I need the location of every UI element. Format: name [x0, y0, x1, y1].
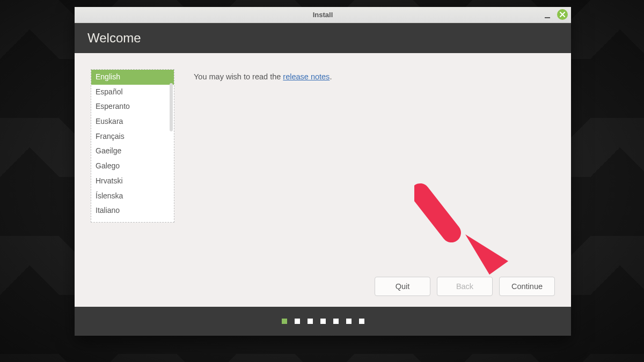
window-controls — [542, 9, 568, 20]
progress-dot — [282, 319, 287, 324]
language-option[interactable]: Íslenska — [91, 189, 174, 204]
progress-dot — [320, 319, 326, 324]
window-title: Install — [313, 11, 333, 19]
back-button: Back — [437, 277, 493, 296]
language-option[interactable]: Español — [91, 85, 174, 100]
intro-text: You may wish to read the release notes. — [194, 72, 332, 81]
close-button[interactable] — [557, 9, 568, 20]
language-option[interactable]: Esperanto — [91, 99, 174, 114]
language-option[interactable]: Kurdî — [91, 218, 174, 223]
quit-button[interactable]: Quit — [375, 277, 430, 296]
progress-dot — [346, 319, 352, 324]
language-listbox[interactable]: EnglishEspañolEsperantoEuskaraFrançaisGa… — [91, 69, 174, 223]
language-option[interactable]: Galego — [91, 159, 174, 174]
progress-dot — [295, 319, 300, 324]
close-icon — [559, 11, 566, 18]
scrollbar[interactable] — [170, 83, 173, 131]
page-header: Welcome — [75, 23, 571, 53]
titlebar[interactable]: Install — [75, 7, 571, 23]
progress-dot — [359, 319, 364, 324]
release-notes-link[interactable]: release notes — [283, 72, 330, 81]
progress-dot — [308, 319, 313, 324]
language-option[interactable]: Français — [91, 129, 174, 144]
progress-dots — [75, 307, 571, 336]
progress-dot — [333, 319, 339, 324]
language-option[interactable]: Italiano — [91, 203, 174, 218]
intro-prefix: You may wish to read the — [194, 72, 283, 81]
page-title: Welcome — [87, 31, 141, 46]
content-area: EnglishEspañolEsperantoEuskaraFrançaisGa… — [75, 53, 571, 307]
content-top: EnglishEspañolEsperantoEuskaraFrançaisGa… — [91, 69, 555, 223]
language-option[interactable]: Hrvatski — [91, 174, 174, 189]
intro-suffix: . — [330, 72, 332, 81]
continue-button[interactable]: Continue — [499, 277, 555, 296]
language-list: EnglishEspañolEsperantoEuskaraFrançaisGa… — [91, 70, 174, 223]
language-option[interactable]: Gaeilge — [91, 144, 174, 159]
button-row: Quit Back Continue — [375, 277, 555, 296]
language-option[interactable]: Euskara — [91, 114, 174, 129]
installer-window: Install Welcome EnglishEspañolEsperantoE… — [75, 7, 571, 336]
language-option[interactable]: English — [91, 70, 174, 85]
minimize-button[interactable] — [542, 9, 553, 20]
